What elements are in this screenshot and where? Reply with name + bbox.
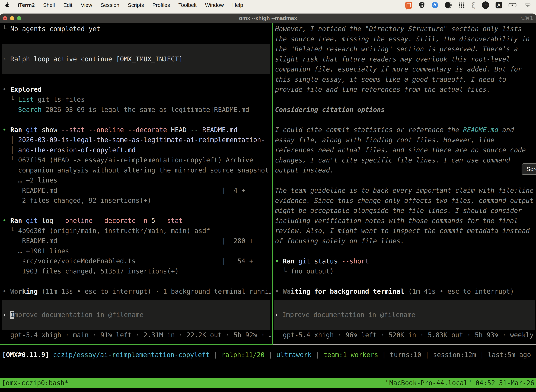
text-segment: List — [18, 96, 34, 103]
tmux-session-label[interactable]: [omx-cczip0:bash* — [2, 378, 68, 388]
terminal-line: … +2 lines — [2, 175, 272, 186]
terminal-line: changes, I can't cite specific file line… — [275, 155, 536, 165]
text-segment: --decorate — [96, 217, 136, 224]
input-source-icon[interactable]: A — [496, 2, 502, 9]
chat-bubble-icon[interactable] — [405, 2, 412, 9]
text-segment: i — [291, 288, 295, 295]
right-agent-pane[interactable]: However, I noticed the "Directory Struct… — [273, 23, 536, 344]
text-segment: Ralph loop active continue [OMX_TMUX_INJ… — [10, 55, 183, 63]
text-segment: • — [2, 126, 10, 134]
menu-item-scripts[interactable]: Scripts — [128, 2, 144, 8]
terminal-line: [OMX#0.11.9] cczip/essay/ai-reimplementa… — [2, 350, 536, 360]
text-segment: cczip/essay/ai-reimplementation-copyleft — [53, 351, 210, 359]
terminal-line — [2, 74, 272, 84]
terminal-line: essay file, along with finding root file… — [275, 135, 536, 145]
text-segment — [85, 126, 89, 134]
text-segment: git ls-files — [34, 96, 85, 103]
text-segment: ultrawork — [276, 351, 311, 359]
terminal-line: review. Also, I might want to inspect th… — [275, 226, 536, 236]
menu-item-help[interactable]: Help — [232, 2, 243, 8]
right-input-line: › Improve documentation in @filename — [274, 310, 415, 320]
terminal-line — [275, 175, 536, 186]
menu-item-session[interactable]: Session — [100, 2, 120, 8]
text-segment: README.md — [463, 126, 498, 134]
text-segment: 4b9d30f (origin/main, instructkr/main, m… — [18, 227, 210, 235]
text-segment: | — [210, 351, 222, 359]
terminal-line — [275, 115, 536, 125]
menu-item-iterm2[interactable]: iTerm2 — [18, 2, 35, 8]
text-segment: --oneline — [57, 217, 92, 224]
text-segment: status — [310, 257, 342, 265]
right-input-placeholder: Improve documentation in @filename — [282, 311, 415, 319]
text-segment: Considering citation options — [275, 106, 385, 113]
left-prompt-input[interactable]: › Improve documentation in @filename — [2, 300, 270, 330]
menu-item-view[interactable]: View — [81, 2, 92, 8]
text-segment: │ — [2, 146, 18, 154]
tooltip-label: Scre — [526, 164, 536, 174]
text-segment: 2 files changed, 92 insertions(+) — [2, 197, 151, 204]
menu-item-shell[interactable]: Shell — [43, 2, 55, 8]
right-model-status: gpt-5.4 xhigh · 96% left · 520K in · 5.8… — [275, 330, 536, 340]
text-segment: the source tree, missing the essay. Stil… — [275, 35, 530, 43]
text-segment: ting for background terminal — [295, 288, 404, 295]
text-segment: gpt-5.4 xhigh · main · 91% left · 2.31M … — [2, 331, 272, 339]
battery-icon[interactable] — [509, 3, 518, 8]
apple-icon[interactable] — [5, 2, 9, 8]
right-spacer — [275, 297, 536, 300]
squiggle-icon[interactable]: ξ — [471, 1, 475, 9]
terminal-line: └ 067f154 (HEAD -> essay/ai-reimplementa… — [2, 155, 272, 165]
terminal-line: README.md | 280 + — [2, 236, 272, 246]
text-segment: Ran — [10, 126, 22, 134]
menu-item-profiles[interactable]: Profiles — [152, 2, 170, 8]
moon-circle-icon[interactable] — [445, 2, 452, 9]
text-segment: README.md | 4 + — [2, 187, 245, 194]
queued-prompt-box: › Ralph loop active continue [OMX_TMUX_I… — [2, 44, 270, 74]
text-segment: including verification notes with those … — [275, 217, 518, 225]
shield-grid-icon[interactable] — [419, 2, 425, 9]
terminal-line: companion file, especially if more comme… — [275, 64, 536, 75]
pane-divider-horizontal-inactive[interactable] — [273, 344, 536, 345]
menu-item-window[interactable]: Window — [205, 2, 224, 8]
text-segment: 1903 files changed, 513517 insertions(+) — [2, 267, 179, 275]
text-segment: [OMX#0.11.9] — [2, 351, 49, 359]
text-segment: README.md | 280 + — [2, 237, 253, 245]
blue-badge-icon[interactable] — [431, 2, 438, 9]
dots-grid-icon[interactable] — [458, 2, 465, 9]
text-segment: companion analysis without altering the … — [2, 167, 269, 174]
text-segment: evidence. Since this change only affects… — [275, 197, 534, 205]
left-spacer — [2, 296, 272, 300]
terminal-line: Considering citation options — [275, 105, 536, 115]
text-segment: -n — [140, 217, 148, 224]
text-segment: Wa — [283, 288, 291, 295]
left-agent-pane[interactable]: └ No agents completed yet › Ralph loop a… — [0, 23, 272, 344]
text-segment: references need actual files, and since … — [275, 146, 526, 154]
pane-divider-horizontal-active[interactable] — [0, 344, 272, 345]
text-segment: review. Also, I might want to inspect th… — [275, 227, 530, 235]
text-segment: └ — [2, 96, 18, 103]
terminal-line — [275, 246, 536, 256]
text-segment: src/voice/voiceModeEnabled.ts | 54 + — [2, 257, 253, 265]
terminal-line: of focusing solely on file lines. — [275, 236, 536, 246]
text-segment: • — [275, 257, 283, 265]
wifi-icon[interactable] — [524, 2, 531, 8]
left-input-line: › Improve documentation in @filename — [2, 310, 144, 320]
text-segment — [92, 217, 96, 224]
omx-status-line: [OMX#0.11.9] cczip/essay/ai-reimplementa… — [0, 350, 536, 360]
tmux-host-clock: "MacBook-Pro-44.local" 04:52 31-Mar-26 — [385, 378, 534, 388]
terminal-line — [275, 95, 536, 105]
window-titlebar[interactable]: omx --xhigh --madmax ⌥⌘1 — [0, 14, 536, 23]
terminal-line: I could cite commit statistics or refere… — [275, 125, 536, 135]
text-segment: -- — [191, 126, 198, 134]
right-prompt-input[interactable]: › Improve documentation in @filename — [274, 300, 535, 330]
queued-prompt-line: › Ralph loop active continue [OMX_TMUX_I… — [2, 54, 183, 64]
terminal-line: • Ran git status --short — [275, 256, 536, 266]
terminal-line: └ List git ls-files — [2, 94, 272, 105]
text-segment: essay file, along with finding root file… — [275, 136, 494, 144]
percent-badge-icon[interactable]: ..61 — [482, 1, 489, 9]
pane-divider-vertical[interactable] — [272, 23, 273, 345]
menu-item-toolbelt[interactable]: Toolbelt — [178, 2, 196, 8]
terminal-line — [2, 206, 272, 216]
terminal-line: references need actual files, and since … — [275, 145, 536, 155]
menu-item-edit[interactable]: Edit — [63, 2, 72, 8]
terminal-line: evidence. Since this change only affects… — [275, 196, 536, 206]
